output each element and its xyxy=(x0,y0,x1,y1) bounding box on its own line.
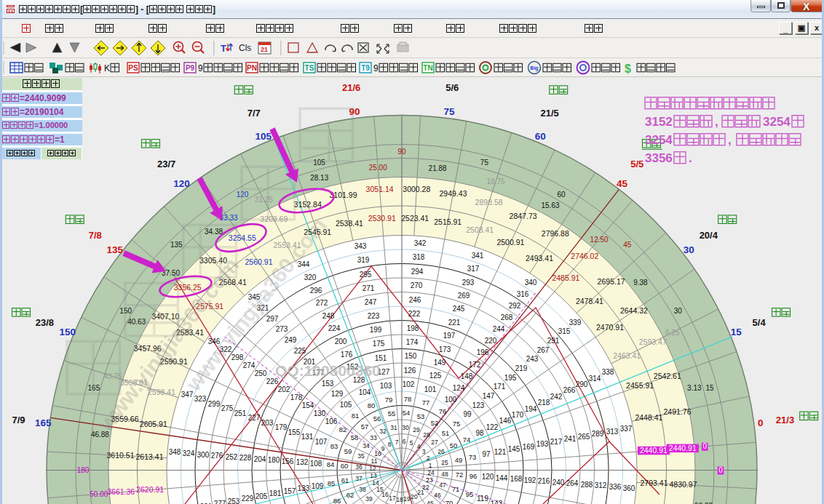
svg-text:24: 24 xyxy=(427,469,435,476)
svg-text:343: 343 xyxy=(354,242,367,250)
svg-text:33.33: 33.33 xyxy=(220,214,238,222)
svg-text:297: 297 xyxy=(266,315,279,323)
svg-text:61: 61 xyxy=(341,476,349,484)
svg-text:125: 125 xyxy=(429,372,442,380)
svg-text:2493.41: 2493.41 xyxy=(526,254,553,263)
svg-text:320: 320 xyxy=(304,273,317,281)
svg-text:PN: PN xyxy=(247,64,257,72)
svg-text:319: 319 xyxy=(357,256,370,264)
svg-text:168: 168 xyxy=(510,475,523,483)
svg-text:79: 79 xyxy=(385,396,393,404)
svg-text:2620.91: 2620.91 xyxy=(136,485,164,494)
svg-text:29: 29 xyxy=(413,426,420,433)
svg-text:3152.84: 3152.84 xyxy=(294,200,322,209)
svg-text:54: 54 xyxy=(403,409,411,417)
svg-text:135: 135 xyxy=(106,244,123,255)
svg-text:197: 197 xyxy=(443,332,456,340)
svg-text:3000.28: 3000.28 xyxy=(403,185,430,193)
svg-text:39: 39 xyxy=(365,495,373,503)
svg-text:196: 196 xyxy=(477,348,489,356)
svg-text:74: 74 xyxy=(463,436,471,444)
svg-text:47: 47 xyxy=(439,481,446,489)
svg-text:78: 78 xyxy=(404,395,412,403)
svg-text:324: 324 xyxy=(183,449,195,457)
svg-text:25: 25 xyxy=(441,459,448,466)
svg-text:18: 18 xyxy=(396,496,403,503)
svg-text:59: 59 xyxy=(344,447,352,455)
svg-text:216: 216 xyxy=(538,477,550,485)
svg-text:Big: Big xyxy=(530,65,538,71)
svg-text:272: 272 xyxy=(316,299,328,307)
svg-text:318: 318 xyxy=(413,253,425,261)
svg-text:95: 95 xyxy=(466,490,474,498)
svg-text:229: 229 xyxy=(242,495,254,503)
svg-text:13: 13 xyxy=(370,472,377,479)
svg-text:3661.36: 3661.36 xyxy=(107,487,135,496)
svg-text:49: 49 xyxy=(455,456,463,464)
svg-text:126: 126 xyxy=(404,367,416,375)
svg-text:180: 180 xyxy=(268,456,280,464)
svg-text:6: 6 xyxy=(403,438,406,445)
svg-text:204: 204 xyxy=(254,455,266,463)
svg-text:83: 83 xyxy=(330,442,338,450)
svg-text:75: 75 xyxy=(453,420,461,428)
svg-text:298: 298 xyxy=(231,353,244,361)
svg-text:294: 294 xyxy=(411,268,424,276)
svg-text:5/4: 5/4 xyxy=(753,317,766,328)
svg-text:300: 300 xyxy=(197,451,210,459)
svg-text:2793.41: 2793.41 xyxy=(641,479,668,487)
svg-text:270: 270 xyxy=(411,281,423,289)
svg-text:9: 9 xyxy=(198,63,203,73)
svg-text:28: 28 xyxy=(423,431,430,439)
svg-text:37: 37 xyxy=(355,475,363,482)
svg-text:34: 34 xyxy=(363,442,370,449)
svg-text:242: 242 xyxy=(550,393,563,401)
svg-text:347: 347 xyxy=(181,391,194,399)
svg-text:192: 192 xyxy=(524,476,536,484)
svg-text:3: 3 xyxy=(422,448,426,455)
svg-text:30: 30 xyxy=(684,244,694,255)
svg-text:176: 176 xyxy=(341,351,353,359)
svg-text:249: 249 xyxy=(285,336,297,344)
svg-text:165: 165 xyxy=(35,417,52,428)
svg-text:60: 60 xyxy=(557,191,566,199)
svg-text:3254: 3254 xyxy=(763,115,791,129)
svg-text:132: 132 xyxy=(296,458,309,466)
svg-text:8: 8 xyxy=(388,441,392,448)
svg-text:6.25: 6.25 xyxy=(665,329,680,337)
svg-text:171: 171 xyxy=(494,383,506,391)
svg-text:2796.88: 2796.88 xyxy=(542,229,569,238)
svg-text:3610.51: 3610.51 xyxy=(107,451,135,460)
svg-text:5/6: 5/6 xyxy=(445,82,459,93)
svg-text:106: 106 xyxy=(325,417,338,425)
svg-text:296: 296 xyxy=(310,287,322,295)
svg-text:,: , xyxy=(715,115,718,129)
svg-text:15: 15 xyxy=(731,327,742,337)
svg-text:337: 337 xyxy=(620,425,633,433)
svg-text:102: 102 xyxy=(403,380,415,388)
svg-text:$: $ xyxy=(625,63,631,75)
svg-text:75: 75 xyxy=(443,106,455,117)
svg-text:360: 360 xyxy=(623,484,635,492)
svg-text:80: 80 xyxy=(368,401,376,409)
svg-text:314: 314 xyxy=(589,375,601,383)
svg-text:266: 266 xyxy=(563,386,576,394)
svg-text:71: 71 xyxy=(452,485,460,493)
svg-text:QQ:100800360: QQ:100800360 xyxy=(275,362,381,379)
svg-text:3254.55: 3254.55 xyxy=(229,233,256,242)
svg-text:11: 11 xyxy=(371,457,378,465)
svg-text:336: 336 xyxy=(609,483,622,491)
svg-text:15: 15 xyxy=(706,384,715,392)
svg-text:251: 251 xyxy=(234,409,247,417)
svg-text:56: 56 xyxy=(373,415,381,423)
svg-text:288: 288 xyxy=(581,481,593,489)
svg-text:21/3: 21/3 xyxy=(776,415,794,425)
svg-text:2538.41: 2538.41 xyxy=(336,219,363,228)
svg-text:2746.02: 2746.02 xyxy=(571,252,598,260)
svg-text:17: 17 xyxy=(389,495,396,502)
svg-text:4830.97: 4830.97 xyxy=(670,480,697,489)
svg-text:348: 348 xyxy=(169,448,181,456)
svg-text:155: 155 xyxy=(288,428,301,436)
svg-text:101: 101 xyxy=(424,385,437,393)
svg-text:105: 105 xyxy=(340,401,352,409)
